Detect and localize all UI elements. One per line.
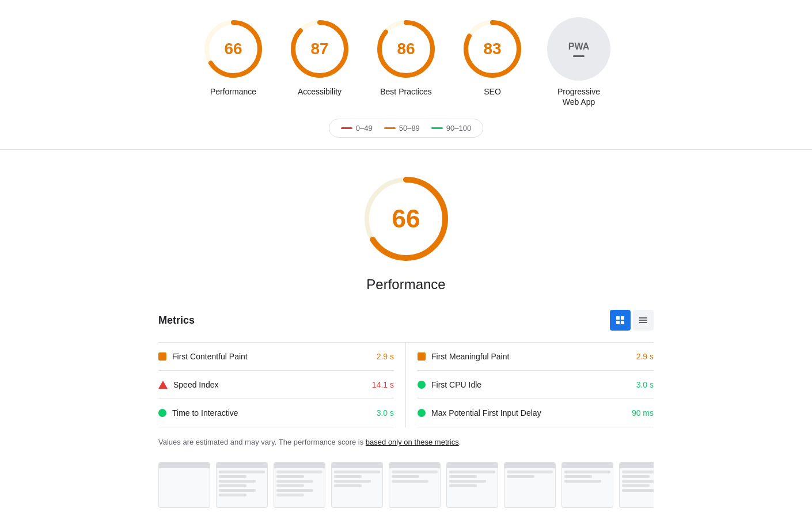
- svg-rect-14: [639, 317, 647, 318]
- score-value-best-practices: 86: [397, 40, 415, 58]
- filmstrip-line: [219, 475, 246, 478]
- metric-row: First Contentful Paint 2.9 s: [158, 343, 394, 371]
- filmstrip-line: [334, 475, 362, 478]
- metrics-right-col: First Meaningful Paint 2.9 s First CPU I…: [406, 343, 654, 427]
- filmstrip-line: [276, 494, 304, 496]
- filmstrip-line: [622, 489, 654, 492]
- filmstrip-line: [276, 471, 322, 473]
- pwa-circle: PWA: [547, 17, 610, 81]
- filmstrip-frame-lines: [159, 468, 210, 473]
- score-circle-best-practices: 86: [374, 17, 438, 81]
- metrics-note: Values are estimated and may vary. The p…: [158, 437, 654, 448]
- svg-rect-15: [639, 320, 647, 321]
- score-cards: 66 Performance 87 Accessibility 86 Best …: [202, 17, 610, 107]
- legend-line-green: [431, 127, 443, 129]
- filmstrip-frame: [389, 462, 441, 508]
- pwa-score-label: ProgressiveWeb App: [557, 86, 600, 107]
- legend: 0–49 50–89 90–100: [329, 119, 483, 138]
- filmstrip-frame: [504, 462, 556, 508]
- score-label-accessibility: Accessibility: [298, 86, 342, 97]
- score-circle-accessibility: 87: [288, 17, 351, 81]
- metric-icon-green-circle: [158, 409, 166, 417]
- filmstrip-frame: [331, 462, 383, 508]
- score-value-accessibility: 87: [310, 40, 328, 58]
- pwa-label: PWA: [568, 41, 589, 52]
- legend-item-red: 0–49: [341, 124, 373, 132]
- filmstrip-frame-lines: [274, 468, 325, 499]
- filmstrip: [158, 460, 654, 510]
- metric-name: Max Potential First Input Delay: [431, 408, 626, 418]
- metric-row: Max Potential First Input Delay 90 ms: [418, 399, 654, 427]
- metric-row: Speed Index 14.1 s: [158, 371, 394, 399]
- grid-icon: [616, 316, 625, 325]
- score-card-accessibility: 87 Accessibility: [288, 17, 351, 97]
- big-score-container: 66: [360, 173, 452, 265]
- filmstrip-line: [449, 480, 486, 483]
- filmstrip-line: [622, 471, 654, 473]
- metric-name: First CPU Idle: [431, 380, 631, 389]
- metric-name: First Contentful Paint: [172, 352, 371, 361]
- filmstrip-line: [276, 484, 304, 487]
- filmstrip-line: [219, 494, 246, 496]
- filmstrip-frame-lines: [389, 468, 440, 485]
- filmstrip-frame-lines: [332, 468, 382, 490]
- score-circle-seo: 83: [461, 17, 524, 81]
- filmstrip-frame: [446, 462, 498, 508]
- filmstrip-line: [334, 471, 380, 473]
- metric-icon-green-circle: [418, 409, 426, 417]
- score-card-performance: 66 Performance: [202, 17, 265, 97]
- metrics-title: Metrics: [158, 314, 195, 327]
- metric-row: First CPU Idle 3.0 s: [418, 371, 654, 399]
- filmstrip-line: [507, 475, 534, 478]
- filmstrip-line: [219, 484, 246, 487]
- svg-rect-10: [616, 316, 620, 320]
- legend-item-orange: 50–89: [384, 124, 420, 132]
- filmstrip-line: [564, 475, 592, 478]
- metrics-header: Metrics: [158, 310, 654, 331]
- filmstrip-frame-lines: [217, 468, 267, 499]
- view-toggle: [610, 310, 654, 331]
- filmstrip-line: [449, 471, 495, 473]
- filmstrip-frame: [216, 462, 268, 508]
- toggle-grid-button[interactable]: [610, 310, 631, 331]
- filmstrip-line: [622, 480, 654, 483]
- big-score-label: Performance: [366, 276, 445, 293]
- metric-row: First Meaningful Paint 2.9 s: [418, 343, 654, 371]
- metric-icon-green-circle: [418, 381, 426, 389]
- svg-rect-11: [621, 316, 624, 320]
- metric-value: 2.9 s: [377, 352, 394, 361]
- metric-value: 90 ms: [632, 408, 654, 418]
- metric-icon-orange-square: [418, 352, 426, 361]
- filmstrip-line: [219, 480, 256, 483]
- metric-name: Speed Index: [173, 380, 366, 389]
- filmstrip-line: [334, 480, 371, 483]
- legend-item-green: 90–100: [431, 124, 471, 132]
- filmstrip-line: [276, 475, 304, 478]
- svg-rect-13: [621, 321, 624, 324]
- svg-rect-16: [639, 322, 647, 323]
- filmstrip-line: [507, 471, 553, 473]
- score-label-performance: Performance: [210, 86, 256, 97]
- score-label-seo: SEO: [484, 86, 501, 97]
- filmstrip-line: [564, 471, 610, 473]
- note-text-before: Values are estimated and may vary. The p…: [158, 438, 366, 446]
- metric-icon-red-triangle: [158, 381, 168, 389]
- filmstrip-line: [564, 480, 601, 483]
- legend-label-red: 0–49: [356, 124, 373, 132]
- score-value-seo: 83: [483, 40, 501, 58]
- filmstrip-frame-lines: [620, 468, 654, 494]
- score-label-best-practices: Best Practices: [380, 86, 431, 97]
- filmstrip-line: [276, 480, 313, 483]
- score-card-best-practices: 86 Best Practices: [374, 17, 438, 97]
- score-card-seo: 83 SEO: [461, 17, 524, 97]
- metrics-grid: First Contentful Paint 2.9 s Speed Index…: [158, 342, 654, 427]
- filmstrip-line: [449, 484, 477, 487]
- metric-value: 3.0 s: [377, 408, 394, 418]
- legend-line-red: [341, 127, 352, 129]
- metric-value: 3.0 s: [636, 380, 654, 389]
- note-link[interactable]: based only on these metrics: [366, 438, 459, 446]
- filmstrip-line: [449, 475, 477, 478]
- pwa-dash: [573, 55, 585, 57]
- score-circle-performance: 66: [202, 17, 265, 81]
- toggle-list-button[interactable]: [633, 310, 654, 331]
